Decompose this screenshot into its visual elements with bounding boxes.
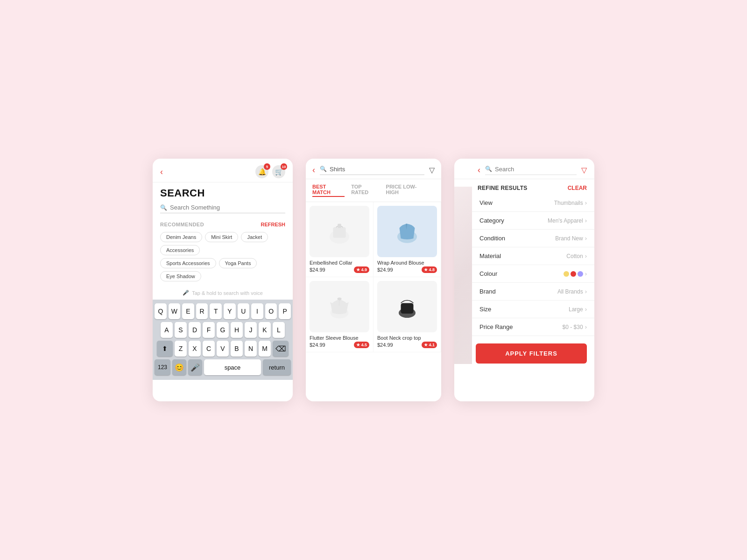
search-icon-3: 🔍 <box>485 166 492 172</box>
key-o[interactable]: O <box>265 303 277 319</box>
key-j[interactable]: J <box>245 322 257 338</box>
product-price-row-1: $24.99 ★ 4.9 <box>310 266 369 273</box>
chevron-icon-view: › <box>585 199 587 206</box>
sort-tab-top-rated[interactable]: TOP RATED <box>351 184 379 197</box>
filter-value-size: Large <box>569 306 583 313</box>
filter-label-category: Category <box>479 217 504 224</box>
tag-accessories[interactable]: Accessories <box>160 245 200 255</box>
key-u[interactable]: U <box>238 303 250 319</box>
product-card-1[interactable]: Embellished Collar $24.99 ★ 4.9 <box>306 202 374 277</box>
filter-icon-3[interactable]: ▽ <box>581 166 587 175</box>
key-r[interactable]: R <box>196 303 208 319</box>
back-button-3[interactable]: ‹ <box>478 165 480 175</box>
product-card-2[interactable]: Wrap Around Blouse $24.99 ★ 4.8 <box>374 202 441 277</box>
filter-rows: View Thumbnails › Category Men's Apparel… <box>454 194 594 336</box>
key-q[interactable]: Q <box>155 303 167 319</box>
product-card-4[interactable]: Boot Neck crop top $24.99 ★ 4.1 <box>374 277 441 352</box>
clear-button[interactable]: CLEAR <box>568 185 587 191</box>
svg-rect-1 <box>333 227 346 238</box>
refresh-button[interactable]: REFRESH <box>261 222 285 227</box>
key-n[interactable]: N <box>245 341 257 357</box>
key-a[interactable]: A <box>161 322 173 338</box>
search-input[interactable] <box>170 204 285 211</box>
key-t[interactable]: T <box>210 303 222 319</box>
sort-tab-best-match[interactable]: BEST MATCH <box>312 184 345 197</box>
key-k[interactable]: K <box>259 322 271 338</box>
key-d[interactable]: D <box>189 322 201 338</box>
filter-screen: ‹ 🔍 ▽ REFINE RESULTS CLEAR View Thumbnai… <box>454 159 594 401</box>
key-g[interactable]: G <box>217 322 229 338</box>
keyboard-row-2: A S D F G H J K L <box>155 322 291 338</box>
filter-row-size[interactable]: Size Large › <box>472 301 594 318</box>
product-name-1: Embellished Collar <box>310 260 369 266</box>
tag-eye-shadow[interactable]: Eye Shadow <box>160 271 201 281</box>
recommended-header: RECOMMENDED REFRESH <box>160 222 285 227</box>
key-f[interactable]: F <box>203 322 215 338</box>
tag-sports-accessories[interactable]: Sports Accessories <box>160 258 216 268</box>
product-img-1 <box>310 206 369 257</box>
filter-row-material[interactable]: Material Cotton › <box>472 247 594 265</box>
filter-row-category[interactable]: Category Men's Apparel › <box>472 212 594 230</box>
filter-value-condition: Brand New <box>555 235 583 242</box>
filter-label-material: Material <box>479 252 501 259</box>
tags-row-1: Denim Jeans Mini Skirt Jacket Accessorie… <box>160 232 285 255</box>
key-s[interactable]: S <box>175 322 187 338</box>
key-x[interactable]: X <box>189 341 201 357</box>
key-w[interactable]: W <box>169 303 181 319</box>
key-p[interactable]: P <box>279 303 291 319</box>
tag-mini-skirt[interactable]: Mini Skirt <box>205 232 238 242</box>
recommended-label: RECOMMENDED <box>160 222 204 227</box>
filter-row-brand[interactable]: Brand All Brands › <box>472 283 594 301</box>
product-card-3[interactable]: Flutter Sleeve Blouse $24.99 ★ 4.5 <box>306 277 374 352</box>
key-l[interactable]: L <box>273 322 285 338</box>
refine-header: REFINE RESULTS CLEAR <box>454 179 594 194</box>
filter-label-brand: Brand <box>479 288 496 295</box>
key-h[interactable]: H <box>231 322 243 338</box>
search-bar-3[interactable]: 🔍 <box>485 166 577 175</box>
shift-key[interactable]: ⬆ <box>157 341 173 357</box>
key-y[interactable]: Y <box>224 303 236 319</box>
search-screen: ‹ 🔔 5 🛒 10 SEARCH 🔍 RECOMMENDED <box>153 159 293 401</box>
key-e[interactable]: E <box>182 303 194 319</box>
filter-value-category-wrap: Men's Apparel › <box>548 217 587 224</box>
return-key[interactable]: return <box>263 359 291 375</box>
filter-row-condition[interactable]: Condition Brand New › <box>472 230 594 247</box>
delete-key[interactable]: ⌫ <box>273 341 289 357</box>
key-c[interactable]: C <box>203 341 215 357</box>
voice-hint-text: Tap & hold to search with voice <box>192 290 263 296</box>
search-input-2[interactable] <box>330 166 424 173</box>
search-bar-2[interactable]: 🔍 <box>320 166 424 175</box>
filter-row-price[interactable]: Price Range $0 - $30 › <box>472 318 594 336</box>
sort-tab-price[interactable]: PRICE LOW-HIGH <box>386 184 428 197</box>
notification-badge: 5 <box>264 163 270 170</box>
emoji-key[interactable]: 😊 <box>172 359 186 375</box>
key-m[interactable]: M <box>259 341 271 357</box>
back-button[interactable]: ‹ <box>160 167 163 177</box>
filter-row-view[interactable]: View Thumbnails › <box>472 194 594 212</box>
filter-value-material: Cotton <box>566 253 583 259</box>
product-price-row-2: $24.99 ★ 4.8 <box>377 266 437 273</box>
back-button-2[interactable]: ‹ <box>312 165 315 175</box>
key-i[interactable]: I <box>251 303 263 319</box>
cart-icon-wrap: 🛒 10 <box>272 165 285 178</box>
apply-filters-button[interactable]: APPLY FILTERS <box>476 343 587 364</box>
filter-icon[interactable]: ▽ <box>429 166 435 175</box>
keyboard-row-3: ⬆ Z X C V B N M ⌫ <box>155 341 291 357</box>
key-z[interactable]: Z <box>175 341 187 357</box>
space-key[interactable]: space <box>204 359 261 375</box>
filter-row-colour[interactable]: Colour › <box>472 265 594 283</box>
tag-jacket[interactable]: Jacket <box>241 232 268 242</box>
colour-circles <box>564 271 583 277</box>
key-v[interactable]: V <box>217 341 229 357</box>
tag-denim-jeans[interactable]: Denim Jeans <box>160 232 202 242</box>
mic-key[interactable]: 🎤 <box>188 359 202 375</box>
num-key[interactable]: 123 <box>155 359 170 375</box>
header-icons: 🔔 5 🛒 10 <box>255 165 285 178</box>
filter-value-condition-wrap: Brand New › <box>555 235 587 242</box>
tag-yoga-pants[interactable]: Yoga Pants <box>219 258 257 268</box>
filter-value-colour-wrap: › <box>564 270 587 277</box>
search-bar[interactable]: 🔍 <box>160 204 285 213</box>
chevron-icon-price: › <box>585 323 587 330</box>
search-input-3[interactable] <box>495 166 577 173</box>
key-b[interactable]: B <box>231 341 243 357</box>
